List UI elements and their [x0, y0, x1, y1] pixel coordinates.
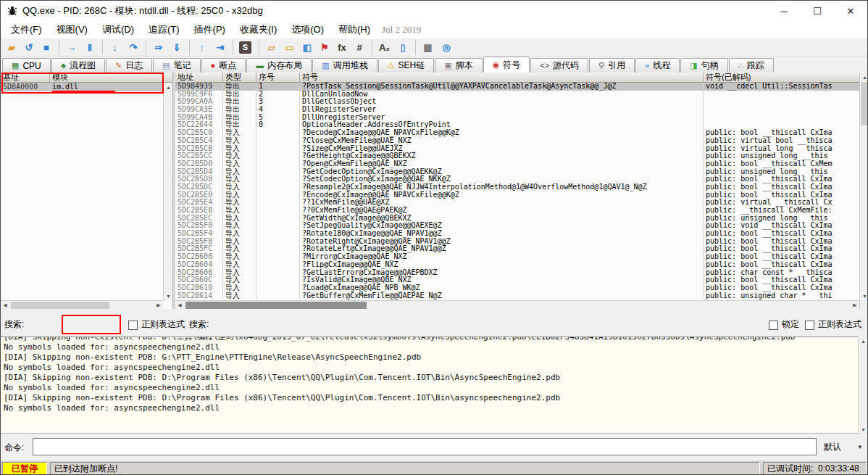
tab-script[interactable]: ▣ 脚本	[435, 58, 482, 73]
log-vertical-scrollbar[interactable]: ▲ ▼	[858, 336, 867, 434]
restart-button[interactable]: ↺	[21, 40, 37, 55]
tab-call-stack[interactable]: ▥ 调用堆栈	[312, 58, 377, 73]
symbol-row[interactable]: 5DC2B5FC 导入 ?RotateLeft@CxImage@@QAE_NPA…	[175, 245, 859, 253]
function-button[interactable]: fx	[334, 40, 350, 55]
command-profile-select[interactable]: 默认 ▼	[821, 438, 866, 455]
symbol-row[interactable]: 5DC2B5D8 导入 ?SetCodecOption@CxImage@@QAE…	[175, 175, 859, 183]
comment-button[interactable]: ▭	[282, 40, 298, 55]
symbol-row[interactable]: 5DC2B5C4 导入 ?Close@CxMemFile@@UAE_NXZ pu…	[175, 137, 859, 145]
tab-threads[interactable]: » 线程	[635, 58, 680, 73]
symbol-row[interactable]: 5DC2B608 导入 ?GetLastError@CxImage@@QAEPB…	[175, 269, 859, 277]
tab-graph[interactable]: ♣ 流程图	[51, 58, 105, 73]
close-icon[interactable]: ✕	[834, 1, 867, 21]
pause-button[interactable]: Ⅱ	[82, 40, 98, 55]
symbol-row[interactable]: 5D99CA3E 导出 4 DllRegisterServer	[175, 106, 859, 114]
scrollbar-thumb[interactable]	[861, 82, 868, 125]
tab-trace[interactable]: ∴ 跟踪	[729, 58, 774, 73]
symbol-row[interactable]: 5DC2B5D0 导入 ?Open@CxMemFile@@QAE_NXZ pub…	[175, 160, 859, 168]
menu-trace[interactable]: 追踪(T)	[141, 21, 187, 38]
module-row[interactable]: 5D8A0000 im.dll	[1, 83, 163, 91]
symbol-row[interactable]: 5DC2B5E8 导入 ??0CxMemFile@@QAE@PAEK@Z pub…	[175, 207, 859, 215]
label-button[interactable]: ◧	[299, 40, 315, 55]
maximize-icon[interactable]: ☐	[801, 1, 834, 21]
column-header-address[interactable]: 地址	[175, 73, 223, 83]
scrollbar-thumb[interactable]	[185, 302, 367, 309]
menu-plugins[interactable]: 插件(P)	[187, 21, 233, 38]
column-header-type[interactable]: 类型	[223, 73, 256, 83]
symbol-row[interactable]: 5D99CA0A 导出 3 DllGetClassObject	[175, 98, 859, 106]
menu-favourites[interactable]: 收藏夹(I)	[233, 21, 284, 38]
scroll-up-icon[interactable]: ▲	[164, 83, 173, 91]
bookmark-button[interactable]: ⚑	[317, 40, 333, 55]
symbol-row[interactable]: 5DC2B604 导入 ?Flip@CxImage@@QAE_NXZ publi…	[175, 261, 859, 269]
symbol-row[interactable]: 5D99CA4B 导出 5 DllUnregisterServer	[175, 114, 859, 122]
trace-over-button[interactable]: ⇓	[169, 40, 185, 55]
step-into-button[interactable]: ↓	[102, 40, 124, 55]
module-vertical-scrollbar[interactable]: ▲ ▼	[163, 83, 172, 300]
scroll-up-icon[interactable]: ▲	[859, 336, 868, 345]
column-header-base[interactable]: 基址	[1, 73, 50, 83]
symbol-vertical-scrollbar[interactable]: ▲ ▼	[859, 73, 868, 309]
tab-handles[interactable]: ◨ 句柄	[680, 58, 727, 73]
tab-breakpoints[interactable]: ● 断点	[201, 58, 246, 73]
scroll-down-icon[interactable]: ▼	[164, 292, 173, 300]
tab-memory-map[interactable]: ▬ 内存布局	[246, 58, 312, 73]
scroll-down-icon[interactable]: ▼	[859, 425, 868, 434]
step-over-button[interactable]: ↷	[125, 40, 141, 55]
patches-button[interactable]: ▱	[259, 40, 280, 55]
globe-button[interactable]: ◎	[438, 40, 454, 55]
run-to-user-code-button[interactable]: ⇥	[212, 40, 228, 55]
close-button[interactable]: ■	[38, 40, 54, 55]
symbol-row[interactable]: 5DC2B5EC 导入 ?GetWidth@CxImage@@QBEKXZ pu…	[175, 215, 859, 223]
regex-checkbox[interactable]	[128, 321, 138, 330]
command-input[interactable]	[33, 438, 817, 455]
symbol-row[interactable]: 5DC2B600 导入 ?Mirror@CxImage@@QAE_NXZ pub…	[175, 253, 859, 261]
scroll-up-icon[interactable]: ▲	[860, 73, 868, 81]
symbol-row[interactable]: 5D984939 导出 1 ?PostTask_Session@SessionT…	[175, 83, 859, 91]
tab-seh[interactable]: ⚠ SEH链	[378, 58, 435, 73]
symbol-horizontal-scrollbar[interactable]: ◀ ▶	[175, 300, 859, 309]
column-header-symbol-undecorated[interactable]: 符号(已解码)	[704, 73, 859, 83]
menu-debug[interactable]: 调试(D)	[95, 21, 141, 38]
scroll-down-icon[interactable]: ▼	[860, 292, 868, 300]
script-button[interactable]: S	[233, 40, 254, 55]
tab-references[interactable]: ⚲ 引用	[589, 58, 635, 73]
trace-into-button[interactable]: ⇒	[146, 40, 167, 55]
symbol-row[interactable]: 5DC2B5D4 导入 ?GetCodecOption@CxImage@@QAE…	[175, 168, 859, 176]
symbol-row[interactable]: 5DC2B610 导入 ?Load@CxImage@@QAE_NPB_WK@Z …	[175, 284, 859, 292]
tab-log[interactable]: ✎ 日志	[106, 58, 152, 73]
symbol-row[interactable]: 5DC2B60C 导入 ?IsValid@CxImage@@QBE_NXZ pu…	[175, 276, 859, 284]
column-header-module[interactable]: 模块	[50, 73, 164, 83]
regex2-checkbox[interactable]	[805, 321, 814, 330]
tab-symbols[interactable]: ◉ 符号	[483, 57, 530, 73]
symbol-row[interactable]: 5D99C9F6 导出 2 DllCanUnloadNow	[175, 91, 859, 99]
symbol-row[interactable]: 5DC2B5E0 导入 ?Encode@CxImage@@QAE_NPAVCxF…	[175, 191, 859, 199]
minimize-icon[interactable]: ─	[767, 1, 801, 21]
symbol-row[interactable]: 5DC22644 导出 0 OptionalHeader.AddressOfEn…	[175, 121, 859, 129]
calculator-button[interactable]: ▦	[415, 40, 437, 55]
menu-file[interactable]: 文件(F)	[4, 21, 49, 38]
menu-options[interactable]: 选项(O)	[284, 21, 331, 38]
strings-button[interactable]: A₂	[372, 40, 393, 55]
scrollbar-thumb[interactable]	[11, 302, 109, 309]
tab-cpu[interactable]: ▦ CPU	[2, 58, 51, 73]
column-header-symbol[interactable]: 符号	[300, 73, 704, 83]
symbol-row[interactable]: 5DC2B5F8 导入 ?RotateRight@CxImage@@QAE_NP…	[175, 238, 859, 246]
symbol-row[interactable]: 5DC2B5CC 导入 ?GetHeight@CxImage@@QBEKXZ p…	[175, 152, 859, 160]
phone-button[interactable]: ▯	[395, 40, 411, 55]
tab-source[interactable]: <> 源代码	[530, 58, 588, 73]
open-file-button[interactable]: ▰	[4, 40, 20, 55]
hash-button[interactable]: #	[351, 40, 367, 55]
symbol-row[interactable]: 5DC2B5DC 导入 ?Resample2@CxImage@@QAE_NJJW…	[175, 183, 859, 191]
symbol-row[interactable]: 5DC2B5E4 导入 ??1CxMemFile@@UAE@XZ public:…	[175, 199, 859, 207]
symbol-row[interactable]: 5DC2B5F0 导入 ?SetJpegQuality@CxImage@@QAE…	[175, 222, 859, 230]
menu-view[interactable]: 视图(V)	[49, 21, 95, 38]
lock-checkbox[interactable]	[769, 321, 778, 330]
tab-notes[interactable]: ▤ 笔记	[153, 58, 200, 73]
execute-till-return-button[interactable]: ↑	[189, 40, 211, 55]
symbol-row[interactable]: 5DC2B5C8 导入 ?Size@CxMemFile@@UAEJXZ publ…	[175, 145, 859, 153]
module-horizontal-scrollbar[interactable]: ◀ ▶	[1, 300, 163, 309]
symbol-row[interactable]: 5DC2B5C0 导入 ?Decode@CxImage@@QAE_NPAVCxF…	[175, 129, 859, 137]
menu-help[interactable]: 帮助(H)	[331, 21, 377, 38]
symbol-row[interactable]: 5DC2B5F4 导入 ?Rotate180@CxImage@@QAE_NPAV…	[175, 230, 859, 238]
